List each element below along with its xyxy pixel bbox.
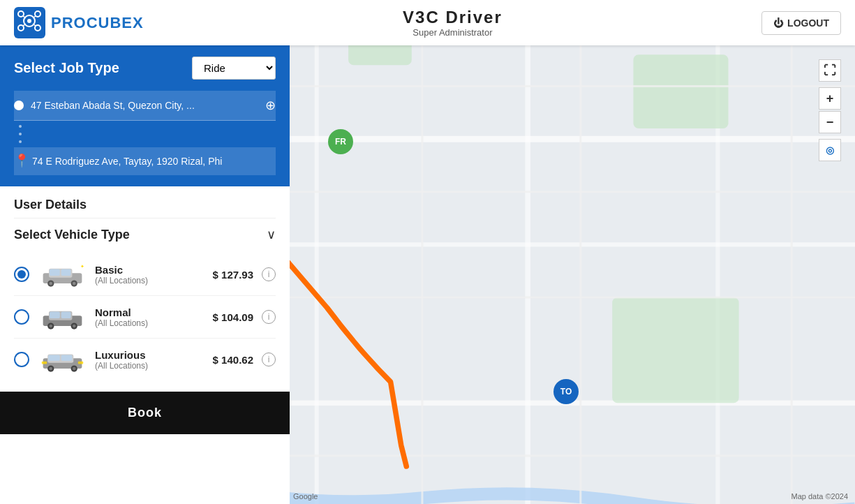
from-dot bbox=[14, 101, 24, 110]
logout-label: LOGOUT bbox=[787, 17, 829, 29]
vehicle-normal-sub: (All Locations) bbox=[95, 318, 205, 328]
job-type-label: Select Job Type bbox=[14, 60, 119, 76]
vehicle-luxurious-sub: (All Locations) bbox=[95, 361, 205, 371]
zoom-in-button[interactable]: + bbox=[819, 87, 841, 110]
car-luxurious-icon bbox=[38, 346, 87, 373]
from-location-row[interactable]: 47 Esteban Abada St, Quezon City, ... ⊕ bbox=[14, 91, 276, 121]
basic-info-icon[interactable]: i bbox=[262, 267, 276, 281]
svg-rect-23 bbox=[612, 297, 738, 403]
app-subtitle: Super Administrator bbox=[403, 27, 503, 38]
normal-info-icon[interactable]: i bbox=[262, 310, 276, 324]
radio-luxurious[interactable] bbox=[14, 352, 29, 367]
app-header: PROCUBEX V3C Driver Super Administrator … bbox=[0, 0, 855, 45]
vehicle-normal-info: Normal (All Locations) bbox=[95, 306, 205, 328]
svg-rect-50 bbox=[49, 311, 59, 318]
locate-button[interactable]: ◎ bbox=[819, 139, 841, 161]
logo-icon bbox=[14, 7, 45, 38]
svg-point-47 bbox=[49, 324, 52, 327]
location-bar: 47 Esteban Abada St, Quezon City, ... ⊕ … bbox=[0, 91, 290, 186]
user-details-title: User Details bbox=[14, 198, 276, 218]
svg-rect-41 bbox=[49, 269, 59, 275]
vehicle-luxurious-price: $ 140.62 bbox=[213, 354, 253, 366]
svg-rect-59 bbox=[61, 355, 72, 360]
svg-point-38 bbox=[49, 281, 52, 285]
svg-point-40 bbox=[72, 281, 75, 285]
to-address-text: 74 E Rodriguez Ave, Taytay, 1920 Rizal, … bbox=[32, 156, 276, 167]
map-controls: ⛶ + − ◎ bbox=[819, 59, 841, 161]
job-type-bar: Select Job Type Ride Delivery Errand bbox=[0, 45, 290, 91]
sidebar-panel: Select Job Type Ride Delivery Errand 47 … bbox=[0, 45, 290, 504]
to-location-row[interactable]: 📍 74 E Rodriguez Ave, Taytay, 1920 Rizal… bbox=[14, 147, 276, 175]
to-marker: TO bbox=[553, 379, 579, 404]
vehicle-luxurious-info: Luxurious (All Locations) bbox=[95, 349, 205, 371]
vehicle-type-header[interactable]: Select Vehicle Type ∨ bbox=[14, 227, 276, 242]
map-data-attribution: Map data ©2024 bbox=[791, 492, 849, 501]
zoom-out-button[interactable]: − bbox=[819, 111, 841, 133]
luxurious-info-icon[interactable]: i bbox=[262, 353, 276, 366]
car-normal-icon bbox=[38, 303, 87, 331]
vehicle-basic-sub: (All Locations) bbox=[95, 276, 205, 286]
svg-rect-21 bbox=[633, 54, 728, 128]
car-basic-icon: ✦ bbox=[38, 260, 87, 288]
main-panel: User Details Select Vehicle Type ∨ ✦ bbox=[0, 186, 290, 504]
vehicle-normal-name: Normal bbox=[95, 306, 205, 318]
svg-rect-60 bbox=[41, 361, 46, 364]
svg-rect-58 bbox=[48, 355, 60, 360]
book-button[interactable]: Book bbox=[0, 392, 290, 434]
logo-text: PROCUBEX bbox=[51, 14, 144, 32]
svg-rect-20 bbox=[348, 45, 412, 65]
from-marker: FR bbox=[328, 129, 353, 154]
vehicle-normal-price: $ 104.09 bbox=[213, 311, 253, 323]
app-title: V3C Driver bbox=[403, 8, 503, 27]
svg-rect-61 bbox=[77, 361, 82, 364]
from-address-text: 47 Esteban Abada St, Quezon City, ... bbox=[31, 100, 258, 111]
svg-rect-51 bbox=[61, 311, 70, 318]
svg-point-2 bbox=[27, 19, 31, 23]
chevron-down-icon: ∨ bbox=[267, 227, 276, 242]
google-attribution: Google bbox=[293, 492, 318, 501]
vehicle-option-basic[interactable]: ✦ Basic (All Locations) $ 127.93 i bbox=[14, 253, 276, 296]
svg-rect-42 bbox=[61, 269, 70, 275]
svg-point-55 bbox=[49, 366, 52, 370]
gps-button[interactable]: ⊕ bbox=[265, 98, 276, 113]
logout-button[interactable]: ⏻ LOGOUT bbox=[761, 11, 841, 35]
logo-area: PROCUBEX bbox=[14, 7, 144, 38]
vehicle-basic-price: $ 127.93 bbox=[213, 269, 253, 281]
radio-normal[interactable] bbox=[14, 309, 29, 325]
svg-text:✦: ✦ bbox=[80, 262, 84, 269]
vehicle-option-normal[interactable]: Normal (All Locations) $ 104.09 i bbox=[14, 296, 276, 339]
vehicle-luxurious-name: Luxurious bbox=[95, 349, 205, 361]
vehicle-type-title: Select Vehicle Type bbox=[14, 228, 130, 242]
power-icon: ⏻ bbox=[773, 17, 783, 29]
svg-point-49 bbox=[72, 324, 75, 327]
vehicle-option-luxurious[interactable]: Luxurious (All Locations) $ 140.62 i bbox=[14, 339, 276, 380]
header-center: V3C Driver Super Administrator bbox=[403, 8, 503, 38]
vehicle-basic-info: Basic (All Locations) bbox=[95, 264, 205, 286]
svg-point-57 bbox=[72, 366, 75, 370]
fullscreen-button[interactable]: ⛶ bbox=[819, 59, 841, 82]
vehicle-basic-name: Basic bbox=[95, 264, 205, 276]
radio-basic[interactable] bbox=[14, 267, 29, 282]
pin-icon: 📍 bbox=[14, 154, 25, 168]
job-type-select[interactable]: Ride Delivery Errand bbox=[192, 57, 276, 80]
